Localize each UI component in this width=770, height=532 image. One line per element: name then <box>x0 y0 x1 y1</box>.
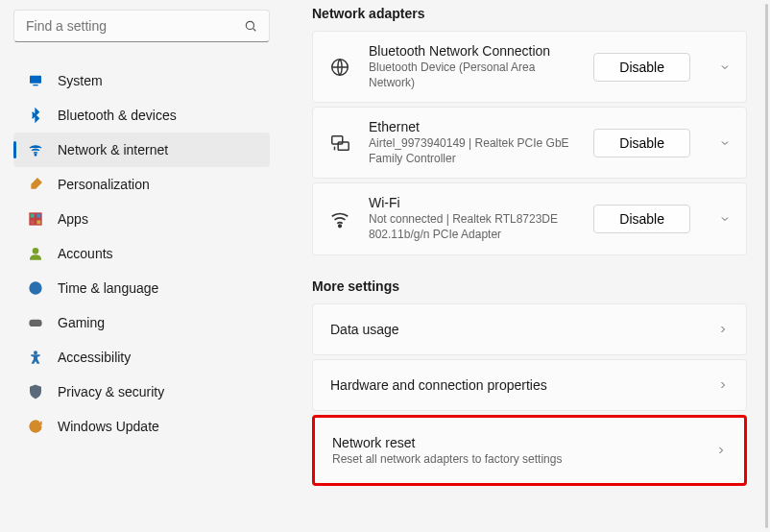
chevron-right-icon <box>717 324 729 335</box>
adapter-title: Bluetooth Network Connection <box>369 43 576 59</box>
settings-row-hardware-and-connection-properties[interactable]: Hardware and connection properties <box>312 359 747 411</box>
chevron-down-icon[interactable] <box>708 61 731 73</box>
sidebar-item-personalization[interactable]: Personalization <box>13 167 270 202</box>
sidebar-item-label: Accessibility <box>58 350 131 365</box>
sidebar-item-label: Windows Update <box>58 419 159 434</box>
sidebar-item-label: Privacy & security <box>58 384 164 399</box>
svg-rect-3 <box>33 85 37 85</box>
svg-rect-6 <box>36 213 41 218</box>
sidebar-item-bluetooth-devices[interactable]: Bluetooth & devices <box>13 98 270 133</box>
vertical-scrollbar[interactable] <box>765 4 768 528</box>
shield-icon <box>27 384 44 399</box>
bluetooth-icon <box>27 108 44 123</box>
sidebar-item-label: Network & internet <box>58 142 168 157</box>
gamepad-icon <box>27 315 44 330</box>
row-title: Hardware and connection properties <box>330 377 717 393</box>
search-icon <box>244 19 257 33</box>
adapter-subtitle: Not connected | Realtek RTL8723DE 802.11… <box>369 212 576 242</box>
ethernet-icon <box>328 133 351 154</box>
sidebar-item-label: Personalization <box>58 177 150 192</box>
chevron-right-icon <box>717 379 729 391</box>
sidebar-item-accounts[interactable]: Accounts <box>13 236 270 271</box>
svg-point-21 <box>339 225 342 228</box>
adapter-subtitle: Airtel_9973940149 | Realtek PCIe GbE Fam… <box>369 136 576 166</box>
adapter-title: Wi-Fi <box>369 195 576 210</box>
svg-point-9 <box>33 249 37 254</box>
adapter-subtitle: Bluetooth Device (Personal Area Network) <box>369 60 576 90</box>
apps-icon <box>27 211 44 227</box>
disable-button[interactable]: Disable <box>593 53 690 82</box>
svg-line-1 <box>253 29 256 32</box>
person-icon <box>27 246 44 261</box>
chevron-down-icon[interactable] <box>708 137 731 149</box>
search-box[interactable] <box>13 10 270 42</box>
more-settings-heading: More settings <box>312 278 747 294</box>
sidebar-item-network-internet[interactable]: Network & internet <box>13 133 270 167</box>
sidebar-item-system[interactable]: System <box>13 63 270 98</box>
sidebar-item-label: System <box>58 73 103 88</box>
monitor-icon <box>27 73 44 88</box>
sidebar-item-label: Bluetooth & devices <box>58 108 177 123</box>
svg-point-4 <box>35 155 36 157</box>
disable-button[interactable]: Disable <box>593 129 690 157</box>
row-title: Network reset <box>332 435 715 450</box>
brush-icon <box>27 177 44 192</box>
sidebar-item-privacy-security[interactable]: Privacy & security <box>13 375 270 409</box>
adapter-card: Wi-FiNot connected | Realtek RTL8723DE 8… <box>312 182 747 254</box>
svg-rect-7 <box>30 220 35 225</box>
search-input[interactable] <box>26 18 244 34</box>
sidebar-item-accessibility[interactable]: Accessibility <box>13 340 270 375</box>
settings-row-network-reset[interactable]: Network resetReset all network adapters … <box>312 415 747 486</box>
sidebar-item-label: Gaming <box>58 315 105 330</box>
sidebar-item-windows-update[interactable]: Windows Update <box>13 409 270 444</box>
svg-point-15 <box>38 324 39 325</box>
adapter-card: EthernetAirtel_9973940149 | Realtek PCIe… <box>312 107 747 179</box>
sidebar-item-label: Time & language <box>58 280 158 296</box>
globe-icon <box>27 280 44 296</box>
sidebar: SystemBluetooth & devicesNetwork & inter… <box>0 0 283 532</box>
svg-point-14 <box>37 322 38 323</box>
chevron-right-icon <box>715 445 727 456</box>
disable-button[interactable]: Disable <box>593 205 690 233</box>
main-content: Network adapters Bluetooth Network Conne… <box>283 0 770 532</box>
settings-row-data-usage[interactable]: Data usage <box>312 303 747 355</box>
svg-rect-8 <box>36 220 41 225</box>
row-subtitle: Reset all network adapters to factory se… <box>332 452 715 466</box>
sidebar-item-label: Apps <box>58 211 88 227</box>
accessibility-icon <box>27 350 44 365</box>
update-icon <box>27 419 44 434</box>
row-title: Data usage <box>330 322 717 337</box>
svg-point-16 <box>35 351 37 354</box>
globe-network-icon <box>328 57 351 78</box>
wifi-icon <box>27 142 44 157</box>
sidebar-item-apps[interactable]: Apps <box>13 202 270 236</box>
chevron-down-icon[interactable] <box>708 213 731 225</box>
wifi-waves-icon <box>328 208 351 230</box>
adapter-title: Ethernet <box>369 119 576 134</box>
svg-point-0 <box>246 21 253 29</box>
sidebar-item-gaming[interactable]: Gaming <box>13 305 270 340</box>
svg-rect-2 <box>30 76 41 84</box>
svg-rect-5 <box>30 213 35 218</box>
adapter-card: Bluetooth Network ConnectionBluetooth De… <box>312 31 747 103</box>
sidebar-item-label: Accounts <box>58 246 113 261</box>
sidebar-item-time-language[interactable]: Time & language <box>13 271 270 305</box>
adapters-heading: Network adapters <box>312 6 747 21</box>
